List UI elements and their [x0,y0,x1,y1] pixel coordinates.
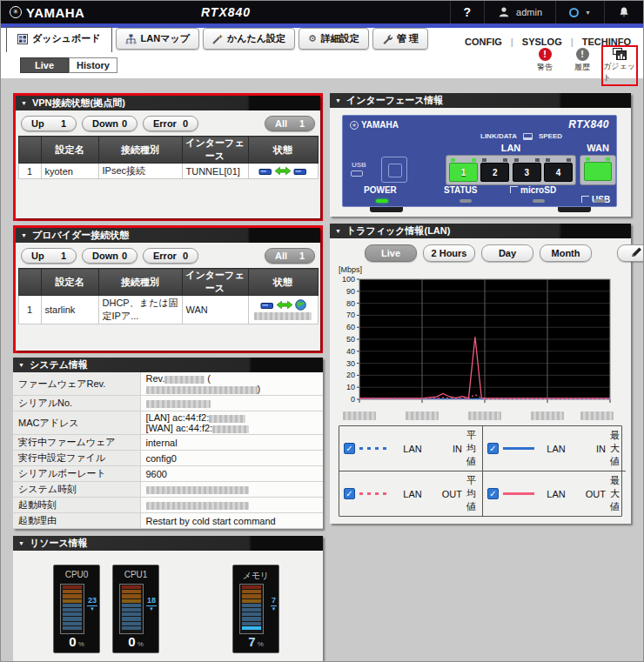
resource-panel-header[interactable]: ▼ リソース情報 [13,536,323,551]
tab-easy-setup[interactable]: かんたん設定 [203,28,295,50]
lan-port-1[interactable]: 1 [449,158,478,184]
view-tab-live[interactable]: Live [20,57,69,73]
error-filter-button[interactable]: Error0 [143,248,198,264]
legend-checkbox[interactable]: ✓ [344,488,355,499]
button-count: 0 [122,118,127,129]
legend-direction-label: IN [578,444,606,454]
mini-usb-port-icon [351,171,363,177]
user-menu[interactable]: admin [484,1,555,23]
panel-title: リソース情報 [30,537,88,550]
vpn-connection-table: 設定名接続種別インターフェース状態1kyotenIPsec接続TUNNEL[01… [18,136,319,179]
tool-label: 履歴 [574,62,590,73]
system-label-cell: 実行中設定ファイル [13,451,140,466]
help-button[interactable]: ? [450,1,485,23]
range-month-button[interactable]: Month [540,244,592,262]
interface-panel: ▼ インターフェース情報 ✳ YAMAHA RTX840 LINK/DATA [330,93,631,217]
vpn-panel-header[interactable]: ▼ VPN接続状態(拠点間) [16,96,320,110]
view-tab-history[interactable]: History [69,57,117,73]
row-number-cell: 1 [18,296,41,324]
percent-number: 7 [248,634,255,649]
legend-entry: ✓LANOUT最大値 [482,471,626,516]
system-row: シリアルNo. [13,396,323,411]
content-area: ▼ VPN接続状態(拠点間) Up1 Down0 Error0 All1 設定名… [1,78,643,662]
system-value-text: Restart by cold start command [146,516,276,526]
legend-entry: ✓LANOUT平均値 [339,471,482,516]
status-label: STATUS [444,185,478,195]
port-indicator-led [546,158,550,162]
provider-filter-buttons: Up1 Down0 Error0 All1 [16,243,320,268]
device-brand: ✳ YAMAHA [350,120,399,130]
up-filter-button[interactable]: Up1 [21,116,77,131]
interface-panel-header[interactable]: ▼ インターフェース情報 [330,93,631,108]
all-filter-button[interactable]: All1 [265,116,315,131]
legend-interface-label: LAN [539,489,574,499]
legend-checkbox[interactable]: ✓ [487,443,499,454]
peak-number: 7 [271,597,277,606]
status-indicator-menu[interactable]: ▼ [555,1,604,23]
gauge-segment [63,585,82,589]
tab-label: 詳細設定 [321,32,359,45]
range-live-button[interactable]: Live [365,244,417,262]
connection-type-cell: IPsec接続 [98,164,182,179]
tab-label: LANマップ [141,32,190,45]
provider-panel-header[interactable]: ▼ プロバイダー接続状態 [16,228,320,243]
port-indicators [449,158,478,162]
link-techinfo[interactable]: TECHINFO [574,37,640,47]
tool-label: 警告 [537,62,553,73]
gauge-title: CPU1 [113,570,158,579]
legend-line-sample [359,447,391,450]
button-count: 0 [183,118,188,129]
link-config[interactable]: CONFIG [456,37,511,47]
warning-tool[interactable]: ! 警告 [528,47,561,74]
system-value-text: internal [146,438,178,448]
provider-connection-table: 設定名接続種別インターフェース状態1starlinkDHCP、または固定IPア.… [18,268,319,324]
wan-indicator-led [586,157,590,161]
down-filter-button[interactable]: Down0 [82,116,138,131]
vpn-panel: ▼ VPN接続状態(拠点間) Up1 Down0 Error0 All1 設定名… [16,96,320,218]
gauge-segment [63,590,82,593]
system-value-cell: 9600 [140,466,323,482]
up-filter-button[interactable]: Up1 [21,248,77,264]
history-tool[interactable]: ! 履歴 [566,47,599,74]
port-indicator-led [482,158,486,162]
svg-text:70: 70 [346,311,355,319]
legend-direction-label: IN [434,444,462,454]
notifications-button[interactable] [604,1,643,23]
gauge-percent: 0 % [113,634,158,650]
wan-port[interactable] [580,155,616,185]
lan-port-2[interactable]: 2 [480,158,509,184]
link-arrow-icon [276,300,293,310]
gadget-tool[interactable]: ガジェット [603,47,636,84]
tab-management[interactable]: 管 理 [372,28,428,50]
percent-unit: % [256,640,264,648]
system-panel-header[interactable]: ▼ システム情報 [13,358,323,372]
x-axis-tick-label-redacted [406,411,439,420]
tab-advanced-settings[interactable]: ⚙ 詳細設定 [299,28,369,50]
lan-port-3[interactable]: 3 [513,158,541,184]
link-syslog[interactable]: SYSLOG [513,37,571,47]
device-foot [370,207,403,212]
x-axis-tick-label-redacted [468,411,501,420]
lan-port-4[interactable]: 4 [544,158,573,184]
view-toggle: Live History [20,57,117,73]
traffic-panel-header[interactable]: ▼ トラフィック情報(LAN) [330,224,631,238]
router-device-icon [293,167,307,176]
legend-checkbox[interactable]: ✓ [344,443,355,454]
panel-title: システム情報 [30,358,88,371]
range-day-button[interactable]: Day [481,244,533,262]
gauge-segment [242,590,261,593]
tab-lan-map[interactable]: LANマップ [116,28,199,50]
legend-checkbox[interactable]: ✓ [487,488,499,499]
button-label: Down [92,118,118,129]
system-value-text: ( [205,373,211,384]
range-2hours-button[interactable]: 2 Hours [423,244,475,262]
edit-chart-button[interactable] [617,244,644,262]
wan-port-jack [584,162,612,181]
column-header: 状態 [248,269,318,296]
down-filter-button[interactable]: Down0 [82,248,138,264]
system-row: シリアルボーレート9600 [13,466,323,482]
error-filter-button[interactable]: Error0 [143,116,198,131]
all-filter-button[interactable]: All1 [265,248,315,264]
indicator-legend: LINK/DATA SPEED [480,132,562,140]
tab-dashboard[interactable]: ダッシュボード [6,27,112,52]
